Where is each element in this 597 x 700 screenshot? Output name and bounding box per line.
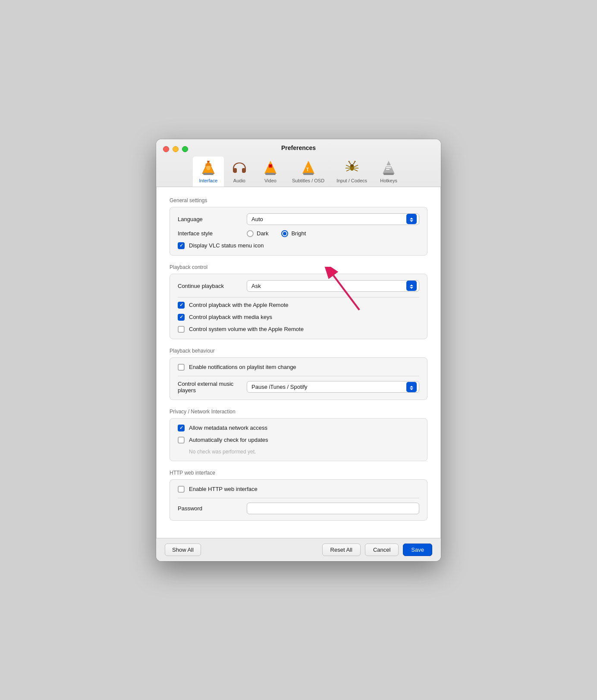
bottom-left: Show All (165, 544, 322, 556)
apple-remote-checkbox[interactable] (178, 302, 185, 309)
playback-control-label: Playback control (170, 264, 427, 270)
media-keys-label: Control playback with media keys (189, 314, 272, 320)
external-music-control: Pause iTunes / Spotify (247, 381, 419, 393)
tab-video[interactable]: Video (255, 156, 286, 187)
language-select-wrapper: Auto (247, 213, 419, 225)
language-select[interactable]: Auto (247, 213, 419, 225)
bottom-bar: Show All Reset All Cancel Save (156, 538, 441, 561)
radio-dark-label: Dark (257, 230, 268, 237)
updates-hint: No check was performed yet. (189, 449, 419, 455)
svg-rect-2 (203, 173, 214, 175)
svg-point-26 (354, 161, 355, 162)
svg-line-19 (346, 169, 350, 171)
display-vlc-label: Display VLC status menu icon (189, 242, 264, 249)
svg-text:T: T (306, 167, 309, 172)
continue-playback-select-wrapper: Ask (247, 280, 419, 292)
divider-3 (178, 498, 419, 498)
password-row: Password (178, 503, 419, 514)
checkbox-media-keys: Control playback with media keys (178, 314, 419, 321)
system-volume-checkbox[interactable] (178, 326, 185, 333)
interface-style-label: Interface style (178, 230, 247, 237)
radio-dark[interactable]: Dark (247, 230, 268, 237)
input-icon (342, 158, 361, 177)
close-button[interactable] (163, 146, 169, 152)
notifications-checkbox[interactable] (178, 364, 185, 371)
video-icon (261, 158, 280, 177)
svg-rect-28 (383, 173, 394, 175)
external-music-select-wrapper: Pause iTunes / Spotify (247, 381, 419, 393)
tab-subtitles-label: Subtitles / OSD (292, 178, 324, 183)
svg-rect-13 (303, 173, 314, 175)
cancel-button[interactable]: Cancel (365, 544, 399, 556)
tab-hotkeys[interactable]: Hotkeys (373, 156, 404, 187)
tabs-toolbar: Interface Audio (189, 156, 408, 187)
svg-point-6 (233, 169, 236, 172)
svg-point-11 (270, 165, 271, 167)
titlebar: Preferences Interface (156, 139, 441, 187)
http-label-text: Enable HTTP web interface (189, 486, 258, 492)
radio-bright-input[interactable] (281, 230, 288, 237)
http-checkbox[interactable] (178, 486, 185, 493)
general-section-box: Language Auto Interface style Da (170, 207, 427, 256)
reset-all-button[interactable]: Reset All (322, 544, 361, 556)
password-control (247, 503, 419, 514)
privacy-label: Privacy / Network Interaction (170, 409, 427, 415)
language-control: Auto (247, 213, 419, 225)
checkbox-updates: Automatically check for updates (178, 437, 419, 444)
metadata-label: Allow metadata network access (189, 425, 267, 431)
interface-style-radios: Dark Bright (247, 230, 419, 237)
password-input[interactable] (247, 503, 419, 514)
interface-icon (199, 158, 218, 177)
privacy-box: Allow metadata network access Automatica… (170, 418, 427, 461)
save-button[interactable]: Save (403, 544, 432, 556)
updates-label: Automatically check for updates (189, 437, 268, 443)
radio-bright-label: Bright (291, 230, 306, 237)
checkbox-system-volume: Control system volume with the Apple Rem… (178, 326, 419, 333)
metadata-checkbox[interactable] (178, 425, 185, 431)
tab-interface[interactable]: Interface (193, 156, 224, 187)
updates-checkbox[interactable] (178, 437, 185, 444)
bottom-right: Reset All Cancel Save (322, 544, 432, 556)
continue-playback-select[interactable]: Ask (247, 280, 419, 292)
svg-point-25 (348, 161, 349, 162)
playback-behaviour-label: Playback behaviour (170, 348, 427, 354)
playback-control-box: Continue playback Ask Control playback w… (170, 274, 427, 339)
content-area: General settings Language Auto Interface… (156, 187, 441, 538)
svg-point-16 (350, 164, 354, 167)
svg-line-20 (354, 165, 358, 167)
minimize-button[interactable] (173, 146, 179, 152)
svg-marker-4 (205, 163, 212, 166)
tab-interface-label: Interface (199, 178, 218, 183)
tab-input-label: Input / Codecs (336, 178, 367, 183)
system-volume-label: Control system volume with the Apple Rem… (189, 326, 304, 332)
svg-line-23 (349, 162, 351, 164)
checkbox-http: Enable HTTP web interface (178, 486, 419, 493)
general-section-label: General settings (170, 197, 427, 203)
svg-point-7 (242, 169, 246, 172)
divider-2 (178, 376, 419, 376)
svg-line-17 (346, 165, 350, 167)
tab-input[interactable]: Input / Codecs (330, 156, 373, 187)
maximize-button[interactable] (182, 146, 188, 152)
radio-bright[interactable]: Bright (281, 230, 306, 237)
audio-icon (230, 158, 249, 177)
password-label: Password (178, 505, 247, 512)
divider-1 (178, 297, 419, 297)
radio-dark-input[interactable] (247, 230, 254, 237)
tab-subtitles[interactable]: T Subtitles / OSD (286, 156, 330, 187)
external-music-select[interactable]: Pause iTunes / Spotify (247, 381, 419, 393)
show-all-button[interactable]: Show All (165, 544, 201, 556)
svg-line-22 (354, 169, 358, 171)
continue-playback-control: Ask (247, 280, 419, 292)
preferences-window: Preferences Interface (156, 139, 441, 561)
media-keys-checkbox[interactable] (178, 314, 185, 321)
language-row: Language Auto (178, 213, 419, 225)
traffic-lights (163, 146, 188, 152)
tab-audio[interactable]: Audio (224, 156, 255, 187)
external-music-label: Control external music players (178, 381, 247, 394)
svg-marker-5 (207, 161, 210, 162)
checkbox-apple-remote: Control playback with the Apple Remote (178, 302, 419, 309)
display-vlc-checkbox[interactable] (178, 242, 185, 249)
continue-playback-label: Continue playback (178, 283, 247, 289)
notifications-label: Enable notifications on playlist item ch… (189, 364, 296, 370)
